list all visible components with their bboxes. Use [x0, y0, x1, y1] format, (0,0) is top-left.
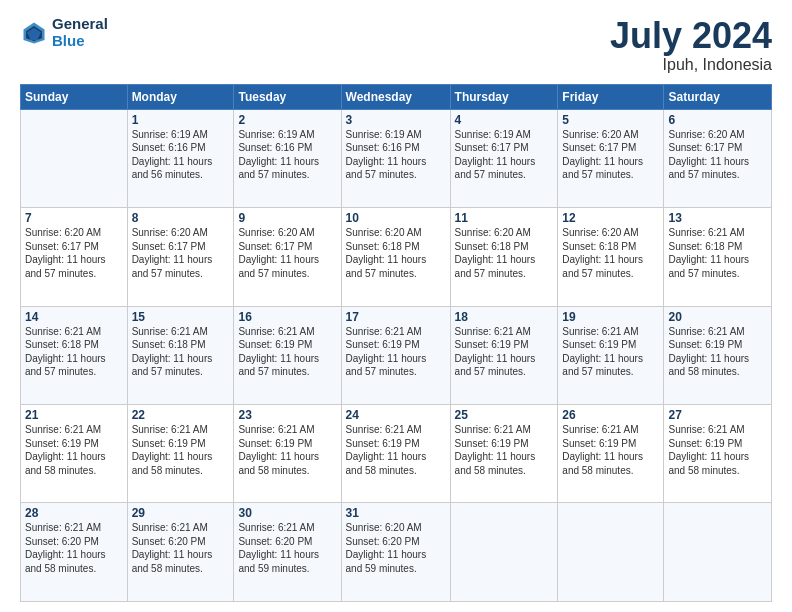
day-info: Sunrise: 6:21 AM Sunset: 6:19 PM Dayligh… — [455, 325, 554, 379]
calendar-day-cell: 24Sunrise: 6:21 AM Sunset: 6:19 PM Dayli… — [341, 405, 450, 503]
calendar-day-cell: 31Sunrise: 6:20 AM Sunset: 6:20 PM Dayli… — [341, 503, 450, 602]
calendar-day-cell: 19Sunrise: 6:21 AM Sunset: 6:19 PM Dayli… — [558, 306, 664, 404]
day-number: 27 — [668, 408, 767, 422]
day-info: Sunrise: 6:21 AM Sunset: 6:19 PM Dayligh… — [346, 325, 446, 379]
day-number: 28 — [25, 506, 123, 520]
day-info: Sunrise: 6:21 AM Sunset: 6:19 PM Dayligh… — [132, 423, 230, 477]
day-info: Sunrise: 6:21 AM Sunset: 6:19 PM Dayligh… — [668, 423, 767, 477]
day-info: Sunrise: 6:21 AM Sunset: 6:20 PM Dayligh… — [25, 521, 123, 575]
calendar-day-cell: 18Sunrise: 6:21 AM Sunset: 6:19 PM Dayli… — [450, 306, 558, 404]
calendar-day-cell — [664, 503, 772, 602]
day-number: 11 — [455, 211, 554, 225]
calendar-week-row: 1Sunrise: 6:19 AM Sunset: 6:16 PM Daylig… — [21, 109, 772, 207]
day-info: Sunrise: 6:21 AM Sunset: 6:19 PM Dayligh… — [25, 423, 123, 477]
day-info: Sunrise: 6:20 AM Sunset: 6:20 PM Dayligh… — [346, 521, 446, 575]
calendar-day-cell: 25Sunrise: 6:21 AM Sunset: 6:19 PM Dayli… — [450, 405, 558, 503]
day-number: 1 — [132, 113, 230, 127]
calendar-day-cell: 5Sunrise: 6:20 AM Sunset: 6:17 PM Daylig… — [558, 109, 664, 207]
calendar-day-cell: 6Sunrise: 6:20 AM Sunset: 6:17 PM Daylig… — [664, 109, 772, 207]
calendar-day-cell: 30Sunrise: 6:21 AM Sunset: 6:20 PM Dayli… — [234, 503, 341, 602]
logo-icon — [20, 19, 48, 47]
day-info: Sunrise: 6:20 AM Sunset: 6:17 PM Dayligh… — [238, 226, 336, 280]
day-info: Sunrise: 6:20 AM Sunset: 6:17 PM Dayligh… — [25, 226, 123, 280]
calendar-day-cell: 1Sunrise: 6:19 AM Sunset: 6:16 PM Daylig… — [127, 109, 234, 207]
logo: General Blue — [20, 16, 108, 49]
day-info: Sunrise: 6:20 AM Sunset: 6:18 PM Dayligh… — [562, 226, 659, 280]
day-number: 23 — [238, 408, 336, 422]
day-number: 9 — [238, 211, 336, 225]
calendar-day-cell — [21, 109, 128, 207]
day-info: Sunrise: 6:20 AM Sunset: 6:17 PM Dayligh… — [668, 128, 767, 182]
day-number: 10 — [346, 211, 446, 225]
day-number: 12 — [562, 211, 659, 225]
calendar-week-row: 21Sunrise: 6:21 AM Sunset: 6:19 PM Dayli… — [21, 405, 772, 503]
header: General Blue July 2024 Ipuh, Indonesia — [20, 16, 772, 74]
day-number: 14 — [25, 310, 123, 324]
day-number: 29 — [132, 506, 230, 520]
day-number: 30 — [238, 506, 336, 520]
day-info: Sunrise: 6:21 AM Sunset: 6:20 PM Dayligh… — [238, 521, 336, 575]
day-info: Sunrise: 6:19 AM Sunset: 6:16 PM Dayligh… — [132, 128, 230, 182]
calendar-day-cell: 11Sunrise: 6:20 AM Sunset: 6:18 PM Dayli… — [450, 208, 558, 306]
title-block: July 2024 Ipuh, Indonesia — [610, 16, 772, 74]
weekday-header: Sunday — [21, 84, 128, 109]
calendar-day-cell: 2Sunrise: 6:19 AM Sunset: 6:16 PM Daylig… — [234, 109, 341, 207]
day-number: 19 — [562, 310, 659, 324]
day-number: 16 — [238, 310, 336, 324]
weekday-header: Thursday — [450, 84, 558, 109]
calendar-day-cell — [450, 503, 558, 602]
day-info: Sunrise: 6:21 AM Sunset: 6:18 PM Dayligh… — [132, 325, 230, 379]
day-info: Sunrise: 6:20 AM Sunset: 6:17 PM Dayligh… — [562, 128, 659, 182]
day-number: 8 — [132, 211, 230, 225]
day-number: 31 — [346, 506, 446, 520]
calendar-table: SundayMondayTuesdayWednesdayThursdayFrid… — [20, 84, 772, 602]
logo-text: General Blue — [52, 16, 108, 49]
day-number: 26 — [562, 408, 659, 422]
day-number: 25 — [455, 408, 554, 422]
weekday-header: Wednesday — [341, 84, 450, 109]
calendar-week-row: 28Sunrise: 6:21 AM Sunset: 6:20 PM Dayli… — [21, 503, 772, 602]
page: General Blue July 2024 Ipuh, Indonesia S… — [0, 0, 792, 612]
calendar-day-cell: 27Sunrise: 6:21 AM Sunset: 6:19 PM Dayli… — [664, 405, 772, 503]
day-number: 21 — [25, 408, 123, 422]
weekday-header: Monday — [127, 84, 234, 109]
calendar-day-cell: 20Sunrise: 6:21 AM Sunset: 6:19 PM Dayli… — [664, 306, 772, 404]
day-info: Sunrise: 6:21 AM Sunset: 6:19 PM Dayligh… — [562, 423, 659, 477]
day-info: Sunrise: 6:21 AM Sunset: 6:18 PM Dayligh… — [668, 226, 767, 280]
weekday-header: Friday — [558, 84, 664, 109]
calendar-day-cell: 14Sunrise: 6:21 AM Sunset: 6:18 PM Dayli… — [21, 306, 128, 404]
day-number: 17 — [346, 310, 446, 324]
calendar-day-cell: 26Sunrise: 6:21 AM Sunset: 6:19 PM Dayli… — [558, 405, 664, 503]
day-info: Sunrise: 6:19 AM Sunset: 6:17 PM Dayligh… — [455, 128, 554, 182]
calendar-day-cell: 13Sunrise: 6:21 AM Sunset: 6:18 PM Dayli… — [664, 208, 772, 306]
day-number: 22 — [132, 408, 230, 422]
day-info: Sunrise: 6:20 AM Sunset: 6:17 PM Dayligh… — [132, 226, 230, 280]
day-number: 4 — [455, 113, 554, 127]
calendar-day-cell: 22Sunrise: 6:21 AM Sunset: 6:19 PM Dayli… — [127, 405, 234, 503]
calendar-week-row: 14Sunrise: 6:21 AM Sunset: 6:18 PM Dayli… — [21, 306, 772, 404]
calendar-day-cell: 9Sunrise: 6:20 AM Sunset: 6:17 PM Daylig… — [234, 208, 341, 306]
calendar-day-cell: 23Sunrise: 6:21 AM Sunset: 6:19 PM Dayli… — [234, 405, 341, 503]
subtitle: Ipuh, Indonesia — [610, 56, 772, 74]
calendar-day-cell: 8Sunrise: 6:20 AM Sunset: 6:17 PM Daylig… — [127, 208, 234, 306]
calendar-day-cell: 17Sunrise: 6:21 AM Sunset: 6:19 PM Dayli… — [341, 306, 450, 404]
day-info: Sunrise: 6:21 AM Sunset: 6:19 PM Dayligh… — [562, 325, 659, 379]
day-info: Sunrise: 6:21 AM Sunset: 6:19 PM Dayligh… — [668, 325, 767, 379]
day-info: Sunrise: 6:21 AM Sunset: 6:20 PM Dayligh… — [132, 521, 230, 575]
day-info: Sunrise: 6:21 AM Sunset: 6:19 PM Dayligh… — [238, 423, 336, 477]
weekday-header: Saturday — [664, 84, 772, 109]
day-info: Sunrise: 6:21 AM Sunset: 6:18 PM Dayligh… — [25, 325, 123, 379]
calendar-day-cell: 10Sunrise: 6:20 AM Sunset: 6:18 PM Dayli… — [341, 208, 450, 306]
calendar-header-row: SundayMondayTuesdayWednesdayThursdayFrid… — [21, 84, 772, 109]
day-info: Sunrise: 6:20 AM Sunset: 6:18 PM Dayligh… — [346, 226, 446, 280]
day-number: 6 — [668, 113, 767, 127]
day-number: 15 — [132, 310, 230, 324]
day-info: Sunrise: 6:19 AM Sunset: 6:16 PM Dayligh… — [346, 128, 446, 182]
day-info: Sunrise: 6:21 AM Sunset: 6:19 PM Dayligh… — [346, 423, 446, 477]
weekday-header: Tuesday — [234, 84, 341, 109]
calendar-day-cell: 3Sunrise: 6:19 AM Sunset: 6:16 PM Daylig… — [341, 109, 450, 207]
calendar-week-row: 7Sunrise: 6:20 AM Sunset: 6:17 PM Daylig… — [21, 208, 772, 306]
day-info: Sunrise: 6:21 AM Sunset: 6:19 PM Dayligh… — [238, 325, 336, 379]
calendar-day-cell: 28Sunrise: 6:21 AM Sunset: 6:20 PM Dayli… — [21, 503, 128, 602]
day-number: 18 — [455, 310, 554, 324]
